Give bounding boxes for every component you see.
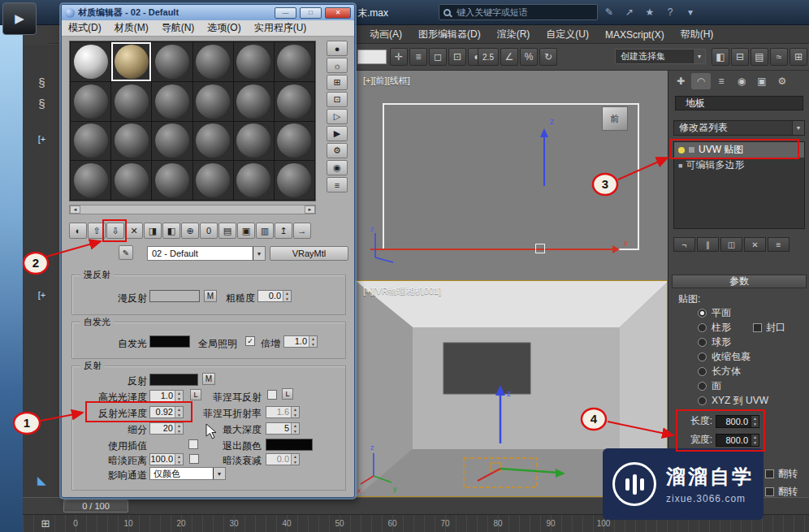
toolbar-tool-r-4-icon[interactable]: ⊞ [790, 48, 807, 66]
mapping-option-box[interactable]: 长方体 [698, 365, 741, 378]
view-cube[interactable]: 前 [602, 106, 628, 131]
maximize-button[interactable]: □ [300, 7, 322, 19]
scroll-left-icon[interactable]: ◄ [70, 205, 80, 214]
material-sample-slot-10[interactable] [234, 82, 274, 121]
sample-tool-1-icon[interactable]: ☼ [327, 58, 348, 73]
subdivs-spinner[interactable]: 20 ▲▼ [149, 422, 184, 435]
application-button[interactable]: ▶ [2, 2, 37, 35]
width-spinner[interactable]: 800.0 ▲▼ [716, 434, 759, 447]
material-sample-slot-1[interactable] [111, 42, 151, 81]
material-tool-0-icon[interactable]: ◐ [69, 223, 87, 239]
menu-navigation[interactable]: 导航(N) [155, 21, 201, 35]
stack-tool-1-icon[interactable]: ∥ [697, 237, 719, 252]
material-sample-slot-19[interactable] [111, 161, 151, 200]
material-tool-6-icon[interactable]: ⊕ [181, 223, 199, 239]
sample-tool-7-icon[interactable]: ◉ [327, 160, 348, 175]
material-tool-4-icon[interactable]: ◨ [144, 223, 162, 239]
toolbar-tool-r-3-icon[interactable]: ≈ [770, 48, 788, 66]
material-sample-slot-22[interactable] [234, 161, 274, 200]
spinner-arrows[interactable]: ▲▼ [283, 291, 291, 301]
stack-tool-2-icon[interactable]: ◫ [720, 237, 742, 252]
reflect-glossiness-spinner[interactable]: 0.92 ▲▼ [149, 406, 184, 418]
material-sample-slot-12[interactable] [71, 122, 110, 161]
selection-set-dropdown[interactable]: 创建选择集 ▼ [615, 49, 706, 64]
material-name-dropdown[interactable]: 02 - Default ▼ [147, 246, 266, 261]
use-interpolation-checkbox[interactable] [188, 439, 198, 449]
sample-tool-0-icon[interactable]: ● [327, 41, 348, 56]
multiplier-value[interactable]: 1.0 [284, 336, 309, 347]
snap-toggle-25-button[interactable]: 2.5 [478, 48, 499, 66]
dim-distance-spinner[interactable]: 100.0 ▲▼ [149, 453, 184, 465]
titlebar-tool-0-icon[interactable]: ✎ [603, 5, 616, 19]
material-sample-slot-4[interactable] [234, 42, 274, 81]
search-box[interactable] [439, 4, 598, 20]
chevron-down-icon[interactable]: ▼ [213, 468, 225, 479]
object-name-field[interactable]: 地板 [675, 96, 803, 110]
spinner-arrows[interactable]: ▲▼ [175, 454, 183, 465]
spin-down-icon[interactable]: ▼ [751, 440, 759, 446]
spinner-arrows[interactable]: ▲▼ [291, 407, 299, 417]
viewport-front-label[interactable]: [+][前][线框] [363, 75, 410, 87]
material-tool-1-icon[interactable]: ⇧ [88, 223, 106, 239]
titlebar-tool-1-icon[interactable]: ↗ [623, 5, 636, 19]
panel-tab-0-icon[interactable]: ✚ [671, 73, 690, 89]
menu-maxscript[interactable]: MAXScript(X) [597, 29, 673, 41]
spin-up-icon[interactable]: ▲ [751, 435, 759, 440]
material-editor-titlebar[interactable]: 材质编辑器 - 02 - Default — □ ✕ [62, 5, 354, 20]
material-tool-9-icon[interactable]: ▣ [237, 223, 255, 239]
material-sample-slot-5[interactable] [275, 42, 314, 81]
titlebar-tool-3-icon[interactable]: ? [664, 5, 677, 19]
material-sample-slot-3[interactable] [193, 42, 233, 81]
checkbox-icon[interactable] [765, 487, 774, 496]
toolbar-field[interactable] [357, 50, 387, 64]
chevron-down-icon[interactable]: ▼ [693, 50, 705, 63]
material-tool-5-icon[interactable]: ◧ [162, 223, 180, 239]
mapping-option-spherical[interactable]: 球形 [698, 335, 731, 349]
reflect-color-swatch[interactable] [149, 374, 198, 386]
chevron-down-icon[interactable]: ▼ [253, 247, 265, 260]
spin-up-icon[interactable]: ▲ [175, 423, 183, 429]
exit-color-swatch[interactable] [266, 439, 313, 451]
max-depth-spinner[interactable]: 5 ▲▼ [266, 422, 300, 435]
panel-tab-4-icon[interactable]: ▣ [752, 73, 772, 89]
mapping-option-planar[interactable]: 平面 [698, 306, 731, 320]
chevron-down-icon[interactable]: ▼ [792, 121, 804, 135]
fresnel-lock-button[interactable]: L [282, 388, 293, 400]
roughness-value[interactable]: 0.0 [258, 291, 283, 301]
material-tool-11-icon[interactable]: ↥ [275, 223, 292, 239]
spin-up-icon[interactable]: ▲ [175, 454, 183, 460]
panel-tab-1-icon[interactable]: ◠ [691, 73, 711, 89]
material-sample-slot-9[interactable] [193, 82, 233, 121]
width-value[interactable]: 800.0 [716, 435, 751, 446]
spin-down-icon[interactable]: ▼ [292, 429, 299, 435]
panel-tab-2-icon[interactable]: ≡ [712, 73, 731, 89]
menu-options[interactable]: 选项(O) [201, 21, 247, 35]
spin-down-icon[interactable]: ▼ [309, 342, 317, 348]
menu-rendering[interactable]: 渲染(R) [489, 28, 539, 41]
snap-tool-2-icon[interactable]: ↻ [539, 48, 557, 66]
time-slider-handle[interactable]: 0 / 100 [63, 500, 128, 513]
stack-tool-3-icon[interactable]: ✕ [744, 237, 766, 252]
fresnel-ior-value[interactable]: 1.6 [266, 407, 291, 417]
sample-tool-3-icon[interactable]: ⊡ [327, 92, 348, 107]
diffuse-color-swatch[interactable] [149, 290, 200, 302]
mapping-option-shrinkwrap[interactable]: 收缩包裹 [698, 350, 751, 364]
eyedropper-icon[interactable]: ✎ [119, 245, 133, 260]
material-tool-12-icon[interactable]: → [293, 223, 311, 239]
titlebar-tool-4-icon[interactable]: ▾ [684, 5, 697, 19]
material-sample-slot-13[interactable] [111, 122, 151, 161]
snap-tool-1-icon[interactable]: % [520, 48, 538, 66]
search-input[interactable] [455, 6, 593, 18]
material-sample-slot-14[interactable] [152, 122, 192, 161]
toolbar-tool-r-1-icon[interactable]: ⊟ [731, 48, 749, 66]
material-tool-2-icon[interactable]: ⇩ [106, 223, 124, 239]
link-tool-icon[interactable]: § [23, 76, 61, 89]
mapping-option-cylindrical[interactable]: 柱形 [698, 321, 731, 335]
modifier-editable-poly[interactable]: ■ 可编辑多边形 [674, 158, 804, 173]
menu-help[interactable]: 帮助(H) [673, 28, 722, 41]
material-tool-7-icon[interactable]: 0 [200, 223, 218, 239]
material-sample-slot-15[interactable] [193, 122, 233, 161]
panel-tab-5-icon[interactable]: ⚙ [772, 73, 792, 89]
unlink-tool-icon[interactable]: § [23, 97, 61, 110]
material-sample-slot-17[interactable] [275, 122, 314, 161]
